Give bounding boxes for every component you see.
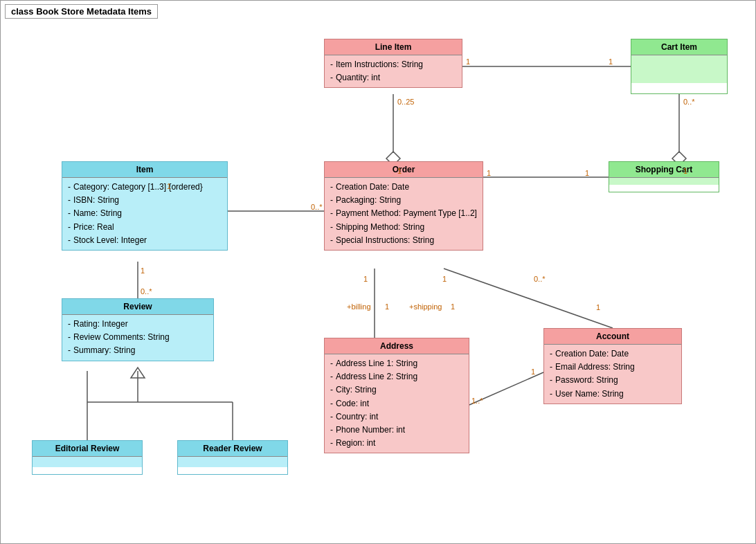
class-review: Review -Rating: Integer -Review Comments… xyxy=(62,298,214,361)
mult-cart-shopping-bottom: 1 xyxy=(683,167,687,175)
diagram-title: class Book Store Metadata Items xyxy=(5,4,158,19)
class-cart-item: Cart Item xyxy=(631,39,728,94)
class-account-body: -Creation Date: Date -Email Address: Str… xyxy=(544,345,681,404)
diagram-container: class Book Store Metadata Items xyxy=(0,0,756,544)
class-account: Account -Creation Date: Date -Email Addr… xyxy=(543,328,682,404)
mult-lineitem-cart-left: 1 xyxy=(466,57,470,66)
mult-order-shopping-left: 1 xyxy=(487,169,491,177)
mult-addr-acct-right: 1 xyxy=(531,368,535,376)
mult-order-shipping-label: +shipping xyxy=(409,302,442,311)
svg-line-17 xyxy=(444,269,613,328)
class-cart-item-header: Cart Item xyxy=(631,39,727,55)
class-line-item-header: Line Item xyxy=(325,39,462,55)
class-shopping-cart: Shopping Cart xyxy=(609,161,719,192)
mult-order-billing-1: 1 xyxy=(385,302,389,311)
mult-item-order-item: 1 xyxy=(167,182,171,190)
class-editorial-review-body xyxy=(33,457,142,467)
mult-account-1: 1 xyxy=(596,303,600,311)
class-item-header: Item xyxy=(62,162,227,178)
class-order-body: -Creation Date: Date -Packaging: String … xyxy=(325,178,483,250)
class-item: Item -Category: Category [1..3] {ordered… xyxy=(62,161,228,251)
class-address-body: -Address Line 1: String -Address Line 2:… xyxy=(325,354,469,453)
mult-item-review-top: 1 xyxy=(141,266,145,275)
class-editorial-review-header: Editorial Review xyxy=(33,441,142,457)
class-line-item-body: -Item Instructions: String -Quantity: in… xyxy=(325,55,462,87)
class-cart-item-body xyxy=(631,55,727,83)
mult-order-account: 0..* xyxy=(534,275,546,283)
mult-cart-shopping-top: 0..* xyxy=(683,98,695,106)
class-review-body: -Rating: Integer -Review Comments: Strin… xyxy=(62,315,213,361)
mult-item-order-order: 0..* xyxy=(311,203,323,211)
class-reader-review-body xyxy=(178,457,287,467)
mult-lineitem-order-bottom: 1 xyxy=(397,167,402,175)
mult-lineitem-order-top: 0..25 xyxy=(397,98,414,106)
class-shopping-cart-body xyxy=(609,178,719,185)
class-item-body: -Category: Category [1..3] {ordered} -IS… xyxy=(62,178,227,250)
mult-addr-acct-left: 1..* xyxy=(471,397,483,405)
mult-order-billing-label: +billing xyxy=(347,302,371,311)
mult-lineitem-cart-right: 1 xyxy=(609,57,613,66)
mult-item-review-bottom: 0..* xyxy=(141,287,152,296)
class-line-item: Line Item -Item Instructions: String -Qu… xyxy=(324,39,462,88)
class-order-header: Order xyxy=(325,162,483,178)
mult-order-shopping-right: 1 xyxy=(585,169,589,177)
mult-order-addr-top1: 1 xyxy=(363,275,368,283)
class-account-header: Account xyxy=(544,329,681,345)
class-address: Address -Address Line 1: String -Address… xyxy=(324,338,469,453)
mult-order-shipping-1: 1 xyxy=(451,302,455,311)
class-review-header: Review xyxy=(62,299,213,315)
class-address-header: Address xyxy=(325,338,469,354)
class-order: Order -Creation Date: Date -Packaging: S… xyxy=(324,161,483,251)
class-shopping-cart-header: Shopping Cart xyxy=(609,162,719,178)
mult-order-addr-top2: 1 xyxy=(442,275,447,283)
class-editorial-review: Editorial Review xyxy=(32,440,143,475)
svg-marker-12 xyxy=(131,368,145,378)
class-reader-review: Reader Review xyxy=(177,440,288,475)
class-reader-review-header: Reader Review xyxy=(178,441,287,457)
